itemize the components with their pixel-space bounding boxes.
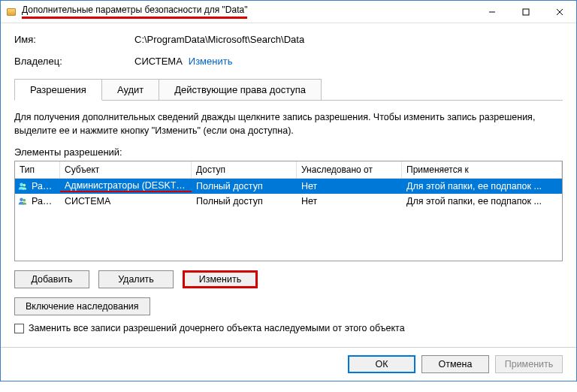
- cell-applies: Для этой папки, ее подпапок ...: [402, 196, 562, 207]
- enable-inheritance-button[interactable]: Включение наследования: [14, 297, 150, 315]
- tab-permissions[interactable]: Разрешения: [14, 79, 102, 101]
- table-row[interactable]: Разр... СИСТЕМА Полный доступ Нет Для эт…: [15, 194, 562, 209]
- col-type[interactable]: Тип: [15, 161, 60, 178]
- close-button[interactable]: [542, 1, 576, 23]
- minimize-button[interactable]: [475, 1, 509, 23]
- tab-effective-access[interactable]: Действующие права доступа: [159, 79, 322, 100]
- cancel-button[interactable]: Отмена: [421, 355, 489, 373]
- cell-inherited: Нет: [297, 181, 402, 191]
- owner-change-link[interactable]: Изменить: [189, 56, 233, 67]
- checkbox-box[interactable]: [14, 324, 24, 333]
- col-subject[interactable]: Субъект: [60, 161, 192, 178]
- cell-applies: Для этой папки, ее подпапок ...: [402, 181, 562, 191]
- cell-access: Полный доступ: [192, 196, 297, 207]
- svg-point-7: [23, 199, 26, 202]
- cell-inherited: Нет: [297, 196, 402, 207]
- window-title: Дополнительные параметры безопасности дл…: [22, 5, 247, 19]
- description-text: Для получения дополнительных сведений дв…: [14, 111, 563, 137]
- name-label: Имя:: [14, 34, 134, 45]
- replace-children-checkbox[interactable]: Заменить все записи разрешений дочернего…: [14, 323, 563, 333]
- ok-button[interactable]: ОК: [348, 355, 415, 373]
- apply-button[interactable]: Применить: [495, 355, 563, 373]
- footer: ОК Отмена Применить: [1, 347, 576, 381]
- edit-button[interactable]: Изменить: [183, 270, 258, 288]
- table-row[interactable]: Разр... Администраторы (DESKTOP-... Полн…: [15, 179, 562, 194]
- tab-audit[interactable]: Аудит: [101, 79, 159, 100]
- cell-access: Полный доступ: [192, 181, 297, 191]
- checkbox-label: Заменить все записи разрешений дочернего…: [29, 323, 405, 333]
- col-access[interactable]: Доступ: [192, 161, 297, 178]
- col-inherited[interactable]: Унаследовано от: [297, 161, 402, 178]
- permissions-list[interactable]: Тип Субъект Доступ Унаследовано от Приме…: [14, 161, 563, 261]
- cell-subject: Администраторы (DESKTOP-...: [60, 180, 192, 192]
- remove-button[interactable]: Удалить: [98, 270, 174, 288]
- users-icon: [15, 196, 27, 207]
- security-dialog: Дополнительные параметры безопасности дл…: [0, 0, 577, 381]
- owner-label: Владелец:: [14, 56, 134, 67]
- window-folder-icon: [7, 7, 17, 17]
- owner-value: СИСТЕМА: [134, 56, 183, 67]
- client-area: Имя: C:\ProgramData\Microsoft\Search\Dat…: [1, 23, 576, 347]
- svg-rect-1: [523, 9, 529, 15]
- list-header: Тип Субъект Доступ Унаследовано от Приме…: [15, 161, 562, 179]
- cell-type: Разр...: [27, 181, 60, 191]
- maximize-button[interactable]: [509, 1, 542, 23]
- tabs: Разрешения Аудит Действующие права досту…: [14, 79, 563, 101]
- list-label: Элементы разрешений:: [14, 146, 563, 158]
- add-button[interactable]: Добавить: [14, 270, 89, 288]
- cell-subject: СИСТЕМА: [60, 196, 192, 207]
- svg-point-4: [20, 183, 23, 187]
- titlebar: Дополнительные параметры безопасности дл…: [1, 1, 576, 23]
- users-icon: [15, 181, 27, 191]
- svg-point-6: [20, 198, 23, 202]
- name-value: C:\ProgramData\Microsoft\Search\Data: [134, 34, 563, 45]
- cell-type: Разр...: [27, 196, 60, 207]
- col-applies[interactable]: Применяется к: [402, 161, 562, 178]
- svg-point-5: [23, 184, 26, 187]
